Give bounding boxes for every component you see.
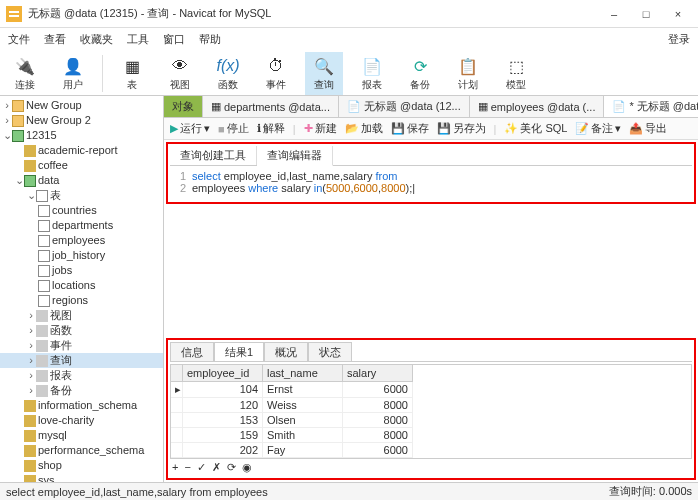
tab-result[interactable]: 结果1 [214,342,264,361]
table-button[interactable]: ▦表 [113,52,151,95]
tree-cat[interactable]: ›报表 [0,368,163,383]
table-row[interactable]: 120Weiss8000 [171,398,691,413]
tab-query[interactable]: 📄无标题 @data (12... [339,96,470,117]
tree-table[interactable]: employees [0,233,163,248]
tree-cat[interactable]: ›视图 [0,308,163,323]
close-button[interactable]: × [664,3,692,25]
tree-table[interactable]: regions [0,293,163,308]
table-icon [38,250,50,262]
tab-query[interactable]: ▦departments @data... [203,96,339,117]
menu-tools[interactable]: 工具 [127,32,149,47]
tree-table[interactable]: jobs [0,263,163,278]
db-icon [24,145,36,157]
menu-fav[interactable]: 收藏夹 [80,32,113,47]
note-button[interactable]: 📝备注▾ [575,121,621,136]
tab-info[interactable]: 信息 [170,342,214,361]
menu-help[interactable]: 帮助 [199,32,221,47]
explain-icon: ℹ [257,122,261,135]
window-title: 无标题 @data (12315) - 查询 - Navicat for MyS… [28,6,600,21]
tree-tables[interactable]: ⌄表 [0,188,163,203]
query-icon: 📄 [612,100,626,113]
save-button[interactable]: 💾保存 [391,121,429,136]
func-button[interactable]: f(x)函数 [209,52,247,95]
app-icon [6,6,22,22]
table-row[interactable]: 202Fay6000 [171,443,691,458]
menu-view[interactable]: 查看 [44,32,66,47]
run-button[interactable]: ▶运行▾ [170,121,210,136]
status-time: 查询时间: 0.000s [609,484,692,499]
tree-conn[interactable]: ⌄12315 [0,128,163,143]
query-icon: 🔍 [313,55,335,77]
maximize-button[interactable]: □ [632,3,660,25]
plan-icon: 📋 [457,55,479,77]
tree-db[interactable]: coffee [0,158,163,173]
tab-builder[interactable]: 查询创建工具 [170,146,257,165]
model-button[interactable]: ⬚模型 [497,52,535,95]
db-icon [24,430,36,442]
db-icon [24,160,36,172]
load-button[interactable]: 📂加载 [345,121,383,136]
refresh-button[interactable]: ⟳ [227,461,236,474]
table-row[interactable]: ▸104Ernst6000 [171,382,691,398]
saveas-button[interactable]: 💾另存为 [437,121,486,136]
tree-db[interactable]: shop [0,458,163,473]
tree-cat[interactable]: ›备份 [0,383,163,398]
tab-query-active[interactable]: 📄* 无标题 @data (12... [604,96,698,117]
tree-db[interactable]: love-charity [0,413,163,428]
svg-rect-1 [9,11,19,13]
saveas-icon: 💾 [437,122,451,135]
tree-cat[interactable]: ›函数 [0,323,163,338]
sql-editor[interactable]: 1select employee_id,last_name,salary fro… [170,166,692,198]
result-grid[interactable]: employee_idlast_namesalary ▸104Ernst6000… [170,364,692,459]
tree-cat[interactable]: ›事件 [0,338,163,353]
tab-query[interactable]: ▦employees @data (... [470,96,605,117]
table-row[interactable]: 153Olsen8000 [171,413,691,428]
event-button[interactable]: ⏱事件 [257,52,295,95]
query-button[interactable]: 🔍查询 [305,52,343,95]
tree-group[interactable]: ›New Group [0,98,163,113]
tree-panel: ›New Group ›New Group 2 ⌄12315 academic-… [0,96,164,500]
cancel-button[interactable]: ✗ [212,461,221,474]
menu-window[interactable]: 窗口 [163,32,185,47]
report-button[interactable]: 📄报表 [353,52,391,95]
connect-button[interactable]: 🔌连接 [6,52,44,95]
tree-db[interactable]: academic-report [0,143,163,158]
status-bar: select employee_id,last_name,salary from… [0,482,698,500]
tree-table[interactable]: job_history [0,248,163,263]
tree-db[interactable]: mysql [0,428,163,443]
new-button[interactable]: ✚新建 [304,121,337,136]
tree-db[interactable]: information_schema [0,398,163,413]
stop-button[interactable]: ■停止 [218,121,249,136]
save-icon: 💾 [391,122,405,135]
tree-db-data[interactable]: ⌄data [0,173,163,188]
minimize-button[interactable]: – [600,3,628,25]
stop-grid-button[interactable]: ◉ [242,461,252,474]
tree-cat[interactable]: ›查询 [0,353,163,368]
table-row[interactable]: 159Smith8000 [171,428,691,443]
menu-file[interactable]: 文件 [8,32,30,47]
tab-status[interactable]: 状态 [308,342,352,361]
tree-group[interactable]: ›New Group 2 [0,113,163,128]
export-button[interactable]: 📤导出 [629,121,667,136]
user-button[interactable]: 👤用户 [54,52,92,95]
tab-summary[interactable]: 概况 [264,342,308,361]
explain-button[interactable]: ℹ解释 [257,121,285,136]
tree-table[interactable]: departments [0,218,163,233]
plan-button[interactable]: 📋计划 [449,52,487,95]
login-link[interactable]: 登录 [668,32,690,47]
tree-table[interactable]: locations [0,278,163,293]
backup-button[interactable]: ⟳备份 [401,52,439,95]
view-button[interactable]: 👁视图 [161,52,199,95]
table-icon: ▦ [121,55,143,77]
ok-button[interactable]: ✓ [197,461,206,474]
add-button[interactable]: + [172,461,178,474]
tree-db[interactable]: performance_schema [0,443,163,458]
format-button[interactable]: ✨美化 SQL [504,121,567,136]
model-icon: ⬚ [505,55,527,77]
tree-table[interactable]: countries [0,203,163,218]
tab-objects[interactable]: 对象 [164,96,203,117]
del-button[interactable]: − [184,461,190,474]
db-icon [12,130,24,142]
table-icon [36,190,48,202]
tab-editor[interactable]: 查询编辑器 [257,146,333,166]
